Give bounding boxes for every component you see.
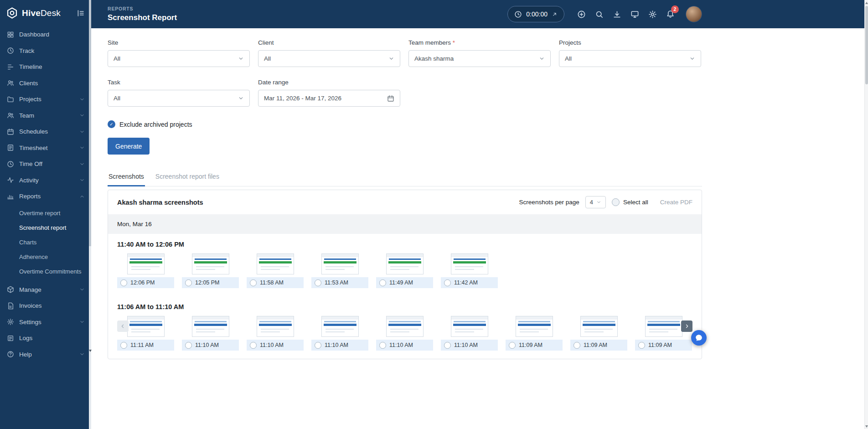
screenshot-thumbnail[interactable] [192, 316, 229, 337]
screenshot-thumbnail[interactable] [386, 316, 424, 337]
carousel-prev-button[interactable] [117, 320, 129, 332]
screenshot-time: 11:10 AM [260, 342, 284, 348]
sidebar-subitem-adherence[interactable]: Adherence [0, 250, 91, 264]
chevron-down-icon [79, 113, 85, 118]
chevron-down-icon [388, 56, 394, 62]
screenshot-time: 11:10 AM [195, 342, 219, 348]
sidebar-item-clients[interactable]: Clients [0, 75, 91, 92]
screenshot-checkbox[interactable] [379, 279, 386, 286]
screenshot-thumbnail[interactable] [257, 316, 294, 337]
carousel-next-button[interactable] [681, 320, 692, 332]
sidebar-item-invoices[interactable]: Invoices [0, 298, 91, 314]
timer-button[interactable]: 0:00:00 [507, 6, 564, 22]
screenshot-checkbox[interactable] [315, 279, 321, 286]
screenshot-checkbox[interactable] [574, 342, 580, 349]
screenshot-checkbox[interactable] [120, 342, 127, 349]
page-scrollbar[interactable] [864, 0, 868, 429]
chat-launcher-button[interactable] [691, 330, 707, 346]
sidebar-item-manage[interactable]: Manage [0, 282, 91, 298]
display-icon[interactable] [630, 10, 639, 19]
scroll-down-arrow[interactable] [865, 424, 868, 429]
chevron-down-icon [596, 200, 601, 205]
sidebar-item-timesheet[interactable]: Timesheet [0, 140, 91, 156]
site-select[interactable]: All [108, 50, 250, 67]
sidebar-item-reports[interactable]: Reports [0, 188, 91, 205]
screenshot-thumbnail[interactable] [127, 316, 165, 337]
notifications-button[interactable]: 2 [666, 9, 675, 20]
brand-header: HiveDesk [0, 0, 91, 26]
sidebar-subitem-overtime-commitments[interactable]: Overtime Commitments [0, 264, 91, 279]
screenshot-thumbnail[interactable] [321, 253, 359, 274]
screenshot-checkbox[interactable] [638, 342, 645, 349]
sidebar-item-team[interactable]: Team [0, 108, 91, 124]
sidebar-item-time-off[interactable]: Time Off [0, 156, 91, 172]
tab-screenshots[interactable]: Screenshots [108, 168, 145, 186]
people-icon [7, 79, 14, 87]
screenshot-thumbnail[interactable] [257, 253, 294, 274]
projects-select[interactable]: All [559, 50, 701, 67]
sidebar-item-activity[interactable]: Activity [0, 172, 91, 189]
sidebar-item-track[interactable]: Track [0, 43, 91, 59]
client-filter: Client All [258, 39, 400, 67]
sidebar-item-dashboard[interactable]: Dashboard [0, 26, 91, 43]
gear-icon[interactable] [648, 10, 657, 19]
screenshot-checkbox[interactable] [185, 342, 192, 349]
per-page-label: Screenshots per page [519, 199, 579, 206]
avatar[interactable] [686, 6, 702, 22]
breadcrumb: REPORTS [108, 6, 177, 11]
screenshot-thumbnail[interactable] [580, 316, 618, 337]
download-icon[interactable] [613, 10, 621, 19]
screenshot-thumbnail[interactable] [645, 316, 682, 337]
screenshot-checkbox[interactable] [120, 279, 127, 286]
select-all-checkbox[interactable] [612, 198, 620, 206]
search-icon[interactable] [595, 10, 604, 19]
screenshot-cell: 11:10 AM [247, 316, 304, 351]
screenshot-thumbnail[interactable] [516, 316, 553, 337]
page-scrollbar-thumb[interactable] [865, 6, 868, 84]
screenshot-checkbox[interactable] [509, 342, 516, 349]
sidebar-item-timeline[interactable]: Timeline [0, 59, 91, 75]
task-select[interactable]: All [108, 90, 250, 107]
screenshot-thumbnail[interactable] [451, 316, 488, 337]
sidebar-toggle-icon[interactable] [77, 9, 85, 17]
screenshot-checkbox[interactable] [315, 342, 321, 349]
screenshot-checkbox[interactable] [379, 342, 386, 349]
add-circle-icon[interactable] [577, 10, 586, 19]
screenshot-thumbnail[interactable] [321, 316, 359, 337]
client-select[interactable]: All [258, 50, 400, 67]
screenshot-thumbnail[interactable] [192, 253, 229, 274]
sidebar-subitem-screenshot-report[interactable]: Screenshot report [0, 221, 91, 235]
create-pdf-button[interactable]: Create PDF [660, 199, 692, 206]
screenshot-cell: 11:53 AM [311, 253, 368, 288]
sidebar-item-settings[interactable]: Settings [0, 314, 91, 331]
screenshot-checkbox[interactable] [444, 279, 451, 286]
tab-screenshot-report-files[interactable]: Screenshot report files [155, 168, 220, 186]
sidebar-subitem-overtime-report[interactable]: Overtime report [0, 206, 91, 221]
chevron-down-icon [79, 319, 85, 325]
screenshot-thumbnail[interactable] [127, 253, 165, 274]
screenshot-row: 11:11 AM 11:10 AM [117, 316, 692, 351]
chevron-down-icon [79, 97, 85, 102]
per-page-select[interactable]: 4 [585, 196, 606, 208]
screenshot-checkbox[interactable] [444, 342, 451, 349]
sidebar-item-help[interactable]: Help [0, 346, 91, 363]
screenshot-checkbox[interactable] [250, 342, 257, 349]
sidebar-item-schedules[interactable]: Schedules [0, 124, 91, 140]
generate-button[interactable]: Generate [108, 138, 150, 155]
sidebar-item-projects[interactable]: Projects [0, 91, 91, 108]
sidebar-subitem-charts[interactable]: Charts [0, 235, 91, 250]
site-filter: Site All [108, 39, 250, 67]
team-members-select[interactable]: Akash sharma [408, 50, 551, 67]
dashboard-grid-icon [7, 31, 14, 38]
screenshot-time: 11:09 AM [519, 342, 542, 348]
screenshot-checkbox[interactable] [250, 279, 257, 286]
screenshot-group: 11:40 AM to 12:06 PM 12:06 PM [108, 234, 702, 296]
scroll-up-arrow[interactable] [865, 0, 868, 5]
date-range-input[interactable]: Mar 11, 2026 - Mar 17, 2026 [258, 90, 400, 107]
screenshot-thumbnail[interactable] [451, 253, 488, 274]
sidebar-item-logs[interactable]: Logs [0, 330, 91, 346]
screenshot-thumbnail[interactable] [386, 253, 424, 274]
screenshot-time: 11:42 AM [454, 279, 478, 286]
screenshot-checkbox[interactable] [185, 279, 192, 286]
exclude-archived-checkbox[interactable]: ✓ Exclude archived projects [108, 120, 702, 128]
